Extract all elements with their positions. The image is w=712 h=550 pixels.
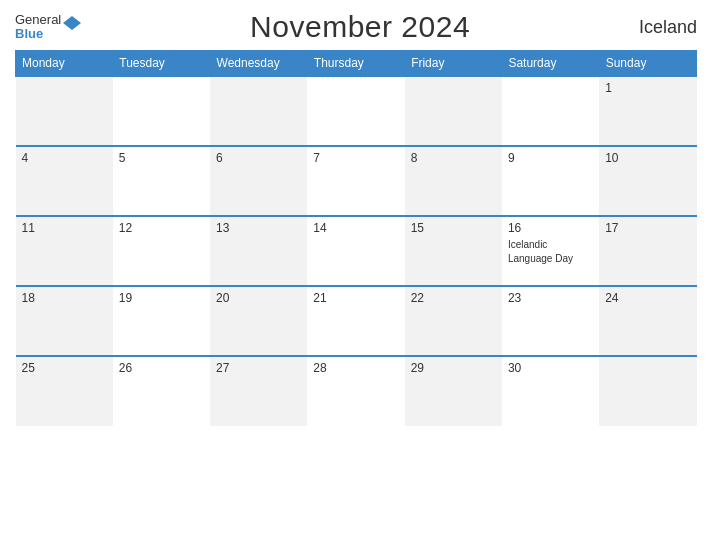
day-cell: 24 — [599, 286, 696, 356]
day-cell: 11 — [16, 216, 113, 286]
day-cell — [16, 76, 113, 146]
day-cell: 13 — [210, 216, 307, 286]
col-wednesday: Wednesday — [210, 51, 307, 77]
weekday-header-row: Monday Tuesday Wednesday Thursday Friday… — [16, 51, 697, 77]
col-thursday: Thursday — [307, 51, 404, 77]
month-title: November 2024 — [250, 10, 470, 44]
week-row-3: 11 12 13 14 15 16 Icelandic Language Day… — [16, 216, 697, 286]
day-cell: 20 — [210, 286, 307, 356]
col-tuesday: Tuesday — [113, 51, 210, 77]
day-cell: 8 — [405, 146, 502, 216]
day-cell: 22 — [405, 286, 502, 356]
col-sunday: Sunday — [599, 51, 696, 77]
col-friday: Friday — [405, 51, 502, 77]
svg-marker-0 — [63, 16, 81, 30]
day-cell: 15 — [405, 216, 502, 286]
calendar-body: 1 4 5 6 7 8 9 10 11 12 13 14 15 16 — [16, 76, 697, 426]
day-cell: 4 — [16, 146, 113, 216]
country-label: Iceland — [639, 17, 697, 38]
logo: General Blue — [15, 13, 81, 42]
day-cell: 18 — [16, 286, 113, 356]
day-cell: 26 — [113, 356, 210, 426]
day-cell — [307, 76, 404, 146]
day-cell — [502, 76, 599, 146]
header: General Blue November 2024 Iceland — [15, 10, 697, 44]
day-cell: 6 — [210, 146, 307, 216]
day-cell: 10 — [599, 146, 696, 216]
day-cell-holiday: 16 Icelandic Language Day — [502, 216, 599, 286]
day-cell: 29 — [405, 356, 502, 426]
day-cell: 21 — [307, 286, 404, 356]
day-cell: 9 — [502, 146, 599, 216]
day-cell: 17 — [599, 216, 696, 286]
day-cell: 19 — [113, 286, 210, 356]
day-cell — [113, 76, 210, 146]
week-row-5: 25 26 27 28 29 30 — [16, 356, 697, 426]
day-cell — [599, 356, 696, 426]
logo-flag-icon — [63, 14, 81, 32]
day-cell — [405, 76, 502, 146]
col-saturday: Saturday — [502, 51, 599, 77]
day-cell: 27 — [210, 356, 307, 426]
day-cell: 1 — [599, 76, 696, 146]
day-cell: 14 — [307, 216, 404, 286]
day-cell: 7 — [307, 146, 404, 216]
page: General Blue November 2024 Iceland Monda… — [0, 0, 712, 550]
day-cell — [210, 76, 307, 146]
day-cell: 5 — [113, 146, 210, 216]
day-cell: 12 — [113, 216, 210, 286]
calendar-header: Monday Tuesday Wednesday Thursday Friday… — [16, 51, 697, 77]
logo-text-block: General Blue — [15, 13, 61, 42]
col-monday: Monday — [16, 51, 113, 77]
week-row-4: 18 19 20 21 22 23 24 — [16, 286, 697, 356]
logo-general: General — [15, 13, 61, 27]
logo-blue: Blue — [15, 27, 61, 41]
week-row-1: 1 — [16, 76, 697, 146]
day-cell: 25 — [16, 356, 113, 426]
calendar-table: Monday Tuesday Wednesday Thursday Friday… — [15, 50, 697, 426]
day-cell: 28 — [307, 356, 404, 426]
day-cell: 30 — [502, 356, 599, 426]
week-row-2: 4 5 6 7 8 9 10 — [16, 146, 697, 216]
day-cell: 23 — [502, 286, 599, 356]
